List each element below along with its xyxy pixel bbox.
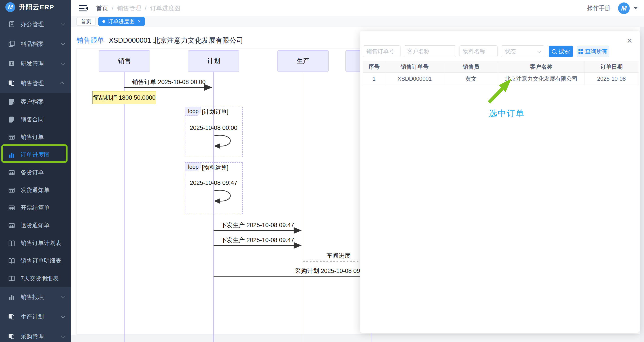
- cell-index: 1: [363, 73, 385, 85]
- chevron-down-icon: [61, 294, 65, 299]
- query-all-label: 查询所有: [585, 48, 608, 55]
- table-icon: [8, 169, 15, 176]
- col-header-index: 序号: [363, 61, 385, 73]
- sidebar-item-label: 发货通知单: [20, 186, 50, 194]
- grid-icon: [578, 49, 583, 54]
- table-icon: [8, 134, 15, 141]
- sidebar-item-label: 开票结算单: [20, 204, 50, 212]
- col-header-salesperson: 销售员: [444, 61, 498, 73]
- status-select[interactable]: 状态: [501, 46, 544, 57]
- sidebar-item-label: 生产计划: [20, 313, 44, 321]
- tab-order-progress[interactable]: 订单进度图 ×: [98, 17, 145, 26]
- search-icon: [552, 49, 556, 54]
- sidebar-item-label: 备货订单: [20, 168, 44, 176]
- tab-active-dot: [102, 20, 105, 23]
- sidebar-item-sales[interactable]: 销售管理: [0, 73, 71, 93]
- sidebar-item-label: 销售订单: [20, 133, 44, 141]
- sidebar-item-7day-delivery-report[interactable]: 7天交货明细表: [0, 270, 71, 287]
- sidebar-item-sales-contract[interactable]: 销售合同: [0, 111, 71, 128]
- col-header-order-date: 订单日期: [584, 61, 638, 73]
- search-button-label: 搜索: [558, 48, 570, 55]
- sidebar-item-office[interactable]: 办公管理: [0, 14, 71, 34]
- customer-name-input[interactable]: [404, 46, 456, 57]
- tab-home[interactable]: 首页: [76, 17, 96, 26]
- table-icon: [8, 204, 15, 212]
- chevron-down-icon: [61, 21, 65, 26]
- query-all-button[interactable]: 查询所有: [577, 46, 609, 57]
- app-logo: M 升阳云ERP: [0, 0, 71, 14]
- sidebar-item-order-progress[interactable]: 订单进度图: [0, 146, 71, 164]
- chevron-down-icon: [61, 314, 65, 318]
- sidebar-item-label: 采购管理: [20, 332, 44, 340]
- breadcrumb-current: 订单进度图: [150, 4, 180, 12]
- tab-close-icon[interactable]: ×: [138, 19, 141, 24]
- sidebar-item-label: 退货通知单: [20, 222, 50, 229]
- close-icon[interactable]: ×: [627, 36, 632, 45]
- sidebar-item-customer-archive[interactable]: 客户档案: [0, 93, 71, 111]
- bar-chart-icon: [8, 151, 15, 158]
- breadcrumb-sales[interactable]: 销售管理: [117, 4, 141, 12]
- sales-submenu: 客户档案 销售合同 销售订单 订单进度图 备货订单 发货通知单: [0, 93, 71, 287]
- breadcrumb-separator: /: [112, 5, 114, 12]
- sidebar-item-sales-order[interactable]: 销售订单: [0, 128, 71, 146]
- app-logo-icon: M: [5, 2, 15, 12]
- sidebar-item-label: 料品档案: [20, 40, 44, 48]
- open-book-icon: [8, 240, 15, 247]
- avatar-caret-icon[interactable]: [634, 7, 638, 10]
- sidebar-item-shipping-notice[interactable]: 发货通知单: [0, 181, 71, 199]
- table-icon: [8, 222, 15, 229]
- search-button[interactable]: 搜索: [549, 46, 573, 57]
- right-gutter: [640, 27, 644, 342]
- bar-chart-icon: [8, 294, 15, 301]
- avatar[interactable]: M: [618, 2, 630, 14]
- file-copy-icon: [8, 333, 15, 340]
- sidebar-item-production-plan[interactable]: 生产计划: [0, 307, 71, 326]
- sidebar-item-purchase[interactable]: 采购管理: [0, 326, 71, 342]
- erp-screen: M 升阳云ERP 办公管理 料品档案 研发管理 销售管理 客户档案: [0, 0, 644, 342]
- sidebar-item-rnd[interactable]: 研发管理: [0, 54, 71, 73]
- order-select-panel: × 状态 搜索 查询所有 序号: [360, 31, 640, 332]
- menu-fold-icon[interactable]: [79, 5, 88, 12]
- doc-edit-icon: [8, 98, 15, 106]
- page-title-link[interactable]: 销售跟单: [76, 36, 104, 44]
- breadcrumb-separator: /: [145, 5, 147, 12]
- cell-order-date: 2025-10-08: [584, 73, 638, 85]
- table-header-row: 序号 销售订单号 销售员 客户名称 订单日期: [363, 61, 638, 73]
- doc-edit-icon: [8, 116, 15, 123]
- sidebar-item-return-notice[interactable]: 退货通知单: [0, 216, 71, 234]
- sidebar-item-stock-order[interactable]: 备货订单: [0, 164, 71, 181]
- breadcrumb: 首页 / 销售管理 / 订单进度图: [96, 4, 180, 12]
- sidebar-item-label: 研发管理: [20, 60, 44, 68]
- manual-link[interactable]: 操作手册: [587, 4, 610, 12]
- sidebar-item-sales-report[interactable]: 销售报表: [0, 287, 71, 307]
- file-copy-icon: [8, 80, 15, 87]
- sidebar-item-invoice-settlement[interactable]: 开票结算单: [0, 199, 71, 216]
- green-arrow-annotation: [485, 77, 514, 105]
- filter-row: 状态 搜索 查询所有: [363, 46, 609, 57]
- i-square-icon: [8, 60, 15, 67]
- open-book-icon: [8, 275, 15, 282]
- sidebar-item-label: 销售订单计划表: [20, 239, 61, 247]
- app-name: 升阳云ERP: [19, 3, 54, 12]
- sidebar-item-order-detail-report[interactable]: 销售订单明细表: [0, 252, 71, 270]
- col-header-order-no: 销售订单号: [385, 61, 444, 73]
- order-no-input[interactable]: [363, 46, 400, 57]
- page-title: 销售跟单 XSDD000001 北京注意力文化发展有限公司: [76, 36, 243, 45]
- chevron-down-icon: [61, 334, 65, 338]
- selected-order-annotation: 选中订单: [489, 108, 524, 119]
- topbar-right: 操作手册 M: [587, 2, 638, 14]
- topbar: 首页 / 销售管理 / 订单进度图 操作手册 M: [71, 0, 644, 16]
- sidebar-item-materials[interactable]: 料品档案: [0, 34, 71, 54]
- bottom-strip: [71, 334, 640, 342]
- copy-icon: [8, 40, 15, 48]
- sidebar-item-label: 销售报表: [20, 293, 44, 301]
- open-book-icon: [8, 257, 15, 264]
- material-name-input[interactable]: [460, 46, 498, 57]
- sidebar-item-order-plan-report[interactable]: 销售订单计划表: [0, 234, 71, 252]
- chevron-down-icon: [538, 50, 541, 53]
- breadcrumb-home[interactable]: 首页: [96, 4, 108, 12]
- page-title-text: XSDD000001 北京注意力文化发展有限公司: [109, 36, 243, 44]
- chevron-up-icon: [60, 82, 64, 86]
- sidebar-item-label: 订单进度图: [20, 151, 50, 159]
- tab-label: 订单进度图: [108, 18, 134, 25]
